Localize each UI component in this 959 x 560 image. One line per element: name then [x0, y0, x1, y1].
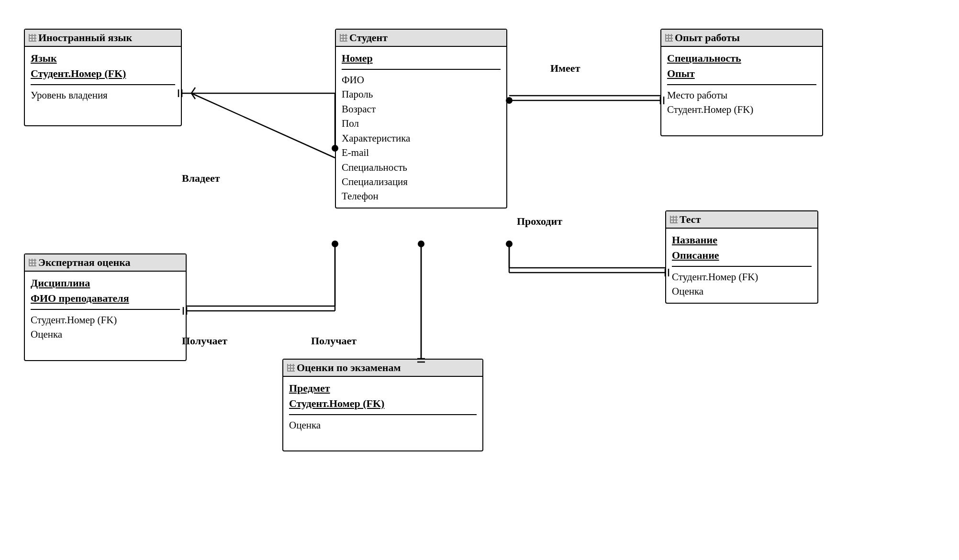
diagram-container: Иностранный язык Язык Студент.Номер (FK)… — [0, 0, 959, 560]
field-nazvanie: Название — [672, 232, 812, 248]
entity-foreign-language-body: Язык Студент.Номер (FK) Уровень владения — [25, 47, 181, 125]
field-telefon: Телефон — [342, 189, 501, 203]
entity-student-header: Студент — [336, 30, 506, 47]
field-pol: Пол — [342, 116, 501, 131]
field-test-ocenka: Оценка — [672, 284, 812, 298]
field-expert-ocenka: Оценка — [31, 327, 180, 341]
entity-pk-exam: Предмет Студент.Номер (FK) — [289, 381, 477, 415]
field-email: E-mail — [342, 145, 501, 160]
svg-point-31 — [418, 241, 424, 247]
entity-pk-nomer: Номер — [342, 51, 501, 70]
entity-exam-grades: Оценки по экзаменам Предмет Студент.Номе… — [282, 359, 483, 451]
entity-expert: Экспертная оценка Дисциплина ФИО препода… — [24, 253, 187, 361]
field-fio-prep: ФИО преподавателя — [31, 291, 180, 306]
grid-icon-expert — [29, 259, 36, 266]
field-disciplina: Дисциплина — [31, 275, 180, 291]
entity-exam-body: Предмет Студент.Номер (FK) Оценка — [283, 377, 482, 450]
field-work-student-fk: Студент.Номер (FK) — [667, 102, 816, 117]
field-work-specialnost: Специальность — [667, 51, 816, 66]
field-specializaciya: Специализация — [342, 175, 501, 189]
field-predmet: Предмет — [289, 381, 477, 396]
grid-icon-test — [670, 216, 678, 223]
field-test-student-fk: Студент.Номер (FK) — [672, 270, 812, 284]
rel-prohodit: Проходит — [517, 215, 562, 228]
grid-icon-exam — [287, 364, 295, 372]
entity-foreign-language: Иностранный язык Язык Студент.Номер (FK)… — [24, 29, 182, 126]
field-yazyk: Язык — [31, 51, 175, 66]
field-opyt: Опыт — [667, 66, 816, 81]
rel-poluchaet1: Получает — [182, 335, 227, 347]
entity-exam-header: Оценки по экзаменам — [283, 360, 482, 377]
entity-student-body: Номер ФИО Пароль Возраст Пол Характерист… — [336, 47, 506, 208]
svg-point-27 — [506, 241, 513, 247]
field-exam-student-fk: Студент.Номер (FK) — [289, 396, 477, 411]
field-vozrast: Возраст — [342, 102, 501, 116]
field-parol: Пароль — [342, 87, 501, 101]
entity-expert-title: Экспертная оценка — [38, 256, 131, 269]
field-expert-student-fk: Студент.Номер (FK) — [31, 313, 180, 327]
field-exam-ocenka: Оценка — [289, 418, 477, 432]
svg-point-22 — [332, 241, 338, 247]
entity-pk-test: Название Описание — [672, 232, 812, 267]
rel-imeet: Имеет — [550, 62, 580, 75]
grid-icon-student — [340, 34, 347, 42]
entity-expert-header: Экспертная оценка — [25, 254, 186, 272]
svg-line-1 — [191, 88, 195, 93]
grid-icon-work — [665, 34, 673, 42]
field-opisanie: Описание — [672, 248, 812, 263]
field-uroven: Уровень владения — [31, 88, 175, 102]
entity-work-experience-body: Специальность Опыт Место работы Студент.… — [661, 47, 822, 135]
entity-work-title: Опыт работы — [675, 32, 740, 44]
field-nomer: Номер — [342, 51, 501, 66]
entity-exam-title: Оценки по экзаменам — [297, 362, 401, 374]
entity-pk-work: Специальность Опыт — [667, 51, 816, 85]
entity-foreign-language-header: Иностранный язык — [25, 30, 181, 47]
entity-pk-expert: Дисциплина ФИО преподавателя — [31, 275, 180, 310]
svg-line-2 — [191, 93, 195, 99]
rel-poluchaet2: Получает — [311, 335, 357, 347]
entity-test-body: Название Описание Студент.Номер (FK) Оце… — [666, 229, 817, 303]
entity-expert-body: Дисциплина ФИО преподавателя Студент.Ном… — [25, 272, 186, 360]
entity-student-title: Студент — [349, 32, 388, 44]
entity-test-title: Тест — [680, 213, 701, 226]
field-fio: ФИО — [342, 73, 501, 87]
field-harakt: Характеристика — [342, 131, 501, 145]
entity-student: Студент Номер ФИО Пароль Возраст Пол Хар… — [335, 29, 507, 209]
field-student-nomer-fk: Студент.Номер (FK) — [31, 66, 175, 81]
grid-icon — [29, 34, 36, 42]
entity-title: Иностранный язык — [38, 32, 132, 44]
field-mesto-raboty: Место работы — [667, 88, 816, 102]
entity-test: Тест Название Описание Студент.Номер (FK… — [665, 210, 818, 304]
svg-line-0 — [191, 93, 335, 158]
rel-vladeet: Владеет — [182, 172, 220, 185]
entity-work-experience: Опыт работы Специальность Опыт Место раб… — [660, 29, 823, 136]
field-specialnost: Специальность — [342, 160, 501, 175]
entity-test-header: Тест — [666, 211, 817, 229]
entity-work-experience-header: Опыт работы — [661, 30, 822, 47]
entity-pk-section: Язык Студент.Номер (FK) — [31, 51, 175, 85]
